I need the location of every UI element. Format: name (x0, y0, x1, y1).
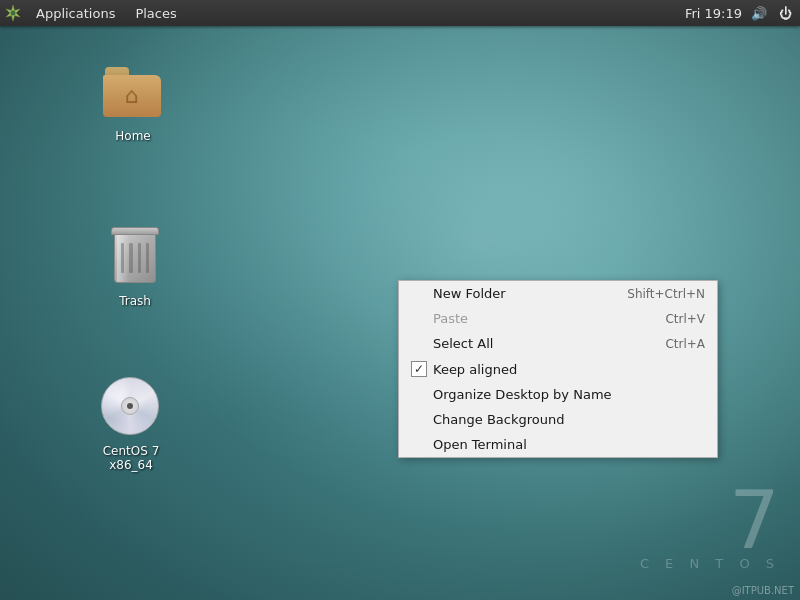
power-icon[interactable]: ⏻ (776, 4, 794, 22)
top-panel: Applications Places Fri 19:19 🔊 ⏻ (0, 0, 800, 26)
context-menu-item-organize-desktop[interactable]: Organize Desktop by Name (399, 382, 717, 407)
panel-logo[interactable] (0, 0, 26, 26)
context-menu-item-paste[interactable]: Paste Ctrl+V (399, 306, 717, 331)
context-menu-item-keep-aligned[interactable]: Keep aligned (399, 356, 717, 382)
centos-watermark: 7 C E N T O S (640, 485, 780, 570)
trash-image (103, 225, 167, 289)
trash-icon-label: Trash (115, 293, 155, 309)
panel-right: Fri 19:19 🔊 ⏻ (685, 4, 800, 22)
context-menu-item-change-background[interactable]: Change Background (399, 407, 717, 432)
keep-aligned-checkbox[interactable] (411, 361, 427, 377)
svg-point-1 (11, 11, 16, 16)
panel-places-menu[interactable]: Places (125, 0, 186, 26)
context-menu-item-new-folder[interactable]: New Folder Shift+Ctrl+N (399, 281, 717, 306)
panel-clock: Fri 19:19 (685, 6, 742, 21)
context-menu: New Folder Shift+Ctrl+N Paste Ctrl+V Sel… (398, 280, 718, 458)
context-menu-item-select-all[interactable]: Select All Ctrl+A (399, 331, 717, 356)
context-menu-item-open-terminal[interactable]: Open Terminal (399, 432, 717, 457)
panel-applications-menu[interactable]: Applications (26, 0, 125, 26)
copyright-text: @ITPUB.NET (732, 585, 794, 596)
cdrom-icon-label: CentOS 7 x86_64 (87, 443, 175, 473)
volume-icon[interactable]: 🔊 (750, 4, 768, 22)
desktop[interactable]: Applications Places Fri 19:19 🔊 ⏻ ⌂ Home (0, 0, 800, 600)
home-icon[interactable]: ⌂ Home (88, 60, 178, 144)
home-icon-label: Home (111, 128, 154, 144)
trash-icon[interactable]: Trash (90, 225, 180, 309)
home-folder-image: ⌂ (101, 60, 165, 124)
cdrom-icon[interactable]: CentOS 7 x86_64 (86, 375, 176, 473)
cdrom-image (99, 375, 163, 439)
panel-left: Applications Places (0, 0, 187, 26)
watermark-text: C E N T O S (640, 557, 780, 570)
watermark-number: 7 (640, 485, 780, 557)
